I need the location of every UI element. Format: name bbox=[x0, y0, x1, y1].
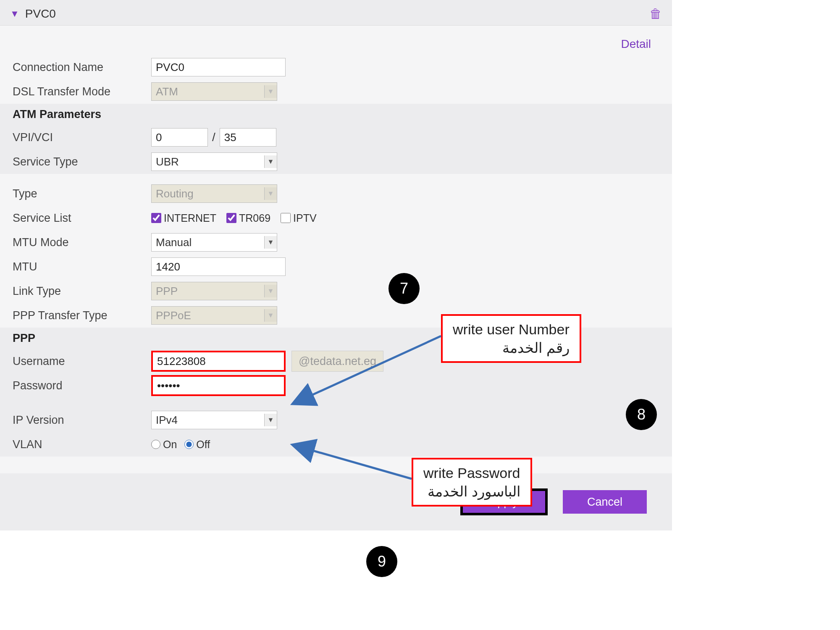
mtu-mode-select[interactable]: Manual ▼ bbox=[151, 233, 277, 252]
annotation-callout-7-ar: رقم الخدمة bbox=[453, 339, 570, 357]
detail-link[interactable]: Detail bbox=[621, 37, 651, 50]
label-service-list: Service List bbox=[13, 212, 151, 225]
chevron-down-icon: ▼ bbox=[264, 187, 277, 200]
label-mtu-mode: MTU Mode bbox=[13, 236, 151, 249]
annotation-callout-8-ar: الباسورد الخدمة bbox=[423, 482, 520, 501]
annotation-badge-8: 8 bbox=[626, 399, 657, 430]
checkbox-iptv-input[interactable] bbox=[281, 213, 291, 223]
mtu-mode-value: Manual bbox=[156, 236, 192, 249]
trash-icon[interactable]: 🗑 bbox=[649, 7, 662, 21]
label-ip-version: IP Version bbox=[13, 414, 151, 427]
checkbox-tr069-input[interactable] bbox=[226, 213, 236, 223]
annotation-callout-8: write Password الباسورد الخدمة bbox=[412, 458, 532, 507]
chevron-down-icon: ▼ bbox=[264, 309, 277, 322]
connection-name-input[interactable] bbox=[151, 58, 286, 76]
dsl-transfer-mode-select: ATM ▼ bbox=[151, 82, 277, 101]
annotation-callout-8-en: write Password bbox=[423, 464, 520, 482]
radio-vlan-off[interactable]: Off bbox=[184, 438, 210, 451]
username-input[interactable] bbox=[151, 351, 286, 372]
label-mtu: MTU bbox=[13, 260, 151, 273]
vpi-vci-separator: / bbox=[212, 131, 215, 144]
link-type-value: PPP bbox=[156, 285, 178, 298]
radio-vlan-off-input[interactable] bbox=[184, 440, 194, 449]
radio-vlan-on[interactable]: On bbox=[151, 438, 177, 451]
section-atm-parameters: ATM Parameters bbox=[0, 104, 672, 125]
type-value: Routing bbox=[156, 187, 194, 200]
ppp-transfer-type-value: PPPoE bbox=[156, 309, 191, 322]
checkbox-iptv[interactable]: IPTV bbox=[281, 212, 317, 224]
checkbox-tr069-label: TR069 bbox=[239, 212, 270, 224]
mtu-input[interactable] bbox=[151, 257, 286, 276]
collapse-icon[interactable]: ▼ bbox=[10, 8, 19, 19]
label-ppp-transfer-type: PPP Transfer Type bbox=[13, 309, 151, 322]
label-username: Username bbox=[13, 355, 151, 368]
type-select: Routing ▼ bbox=[151, 184, 277, 203]
label-link-type: Link Type bbox=[13, 285, 151, 298]
label-vlan: VLAN bbox=[13, 438, 151, 451]
label-connection-name: Connection Name bbox=[13, 61, 151, 74]
ip-version-value: IPv4 bbox=[156, 414, 178, 427]
label-dsl-transfer-mode: DSL Transfer Mode bbox=[13, 85, 151, 98]
label-type: Type bbox=[13, 187, 151, 200]
password-input[interactable] bbox=[151, 375, 286, 396]
panel-title: PVC0 bbox=[25, 7, 56, 21]
service-type-select[interactable]: UBR ▼ bbox=[151, 152, 277, 171]
checkbox-internet-label: INTERNET bbox=[164, 212, 216, 224]
label-service-type: Service Type bbox=[13, 155, 151, 168]
annotation-badge-9: 9 bbox=[366, 546, 397, 577]
chevron-down-icon: ▼ bbox=[264, 155, 277, 168]
ppp-transfer-type-select: PPPoE ▼ bbox=[151, 306, 277, 325]
chevron-down-icon: ▼ bbox=[264, 414, 277, 426]
label-password: Password bbox=[13, 379, 151, 392]
chevron-down-icon: ▼ bbox=[264, 285, 277, 297]
chevron-down-icon: ▼ bbox=[264, 236, 277, 249]
chevron-down-icon: ▼ bbox=[264, 85, 277, 98]
radio-vlan-on-input[interactable] bbox=[151, 440, 160, 449]
vpi-input[interactable] bbox=[151, 128, 208, 147]
ip-version-select[interactable]: IPv4 ▼ bbox=[151, 411, 277, 429]
cancel-button[interactable]: Cancel bbox=[563, 490, 647, 514]
link-type-select: PPP ▼ bbox=[151, 282, 277, 300]
annotation-badge-7: 7 bbox=[388, 273, 420, 304]
checkbox-internet[interactable]: INTERNET bbox=[151, 212, 216, 224]
checkbox-internet-input[interactable] bbox=[151, 213, 161, 223]
service-type-value: UBR bbox=[156, 155, 179, 168]
radio-vlan-on-label: On bbox=[163, 438, 177, 451]
checkbox-iptv-label: IPTV bbox=[293, 212, 317, 224]
username-suffix: @tedata.net.eg bbox=[291, 351, 383, 372]
label-vpi-vci: VPI/VCI bbox=[13, 131, 151, 144]
dsl-transfer-mode-value: ATM bbox=[156, 85, 178, 98]
radio-vlan-off-label: Off bbox=[196, 438, 210, 451]
annotation-callout-7: write user Number رقم الخدمة bbox=[441, 314, 581, 363]
vci-input[interactable] bbox=[220, 128, 276, 147]
checkbox-tr069[interactable]: TR069 bbox=[226, 212, 270, 224]
annotation-callout-7-en: write user Number bbox=[453, 320, 570, 339]
